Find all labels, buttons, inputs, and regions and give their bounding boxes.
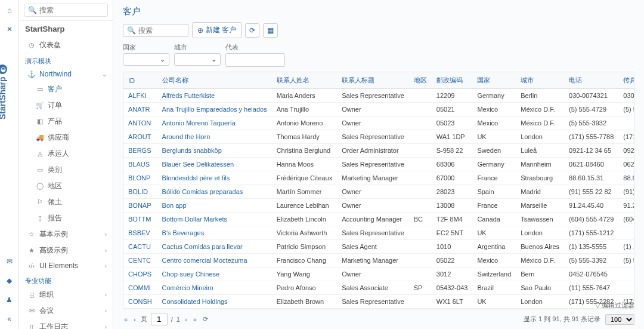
- sidebar-worklog[interactable]: ▯工作日志›: [19, 319, 113, 329]
- cell-company[interactable]: Centro comercial Moctezuma: [157, 254, 272, 267]
- cell-company[interactable]: Alfreds Futterkiste: [157, 89, 272, 103]
- col-company[interactable]: 公司名称: [157, 72, 272, 89]
- sidebar-basic[interactable]: ☆基本示例›: [19, 226, 113, 242]
- table-row[interactable]: BLONPBlondesddsl père et filsFrédérique …: [123, 171, 634, 185]
- cell-company[interactable]: Around the Horn: [157, 130, 272, 144]
- cell-id[interactable]: BLAUS: [123, 158, 157, 171]
- sidebar-shippers[interactable]: ◬承运人: [19, 146, 113, 162]
- col-contact[interactable]: 联系人姓名: [272, 72, 338, 89]
- sidebar-products[interactable]: ◧产品: [19, 113, 113, 130]
- mail-icon[interactable]: ✉: [4, 256, 15, 267]
- cell-id[interactable]: BOTTM: [123, 213, 157, 226]
- sidebar-northwind[interactable]: ⚓Northwind⌄: [19, 67, 113, 81]
- table-row[interactable]: BONAPBon app'Laurence LebihanOwner13008F…: [123, 199, 634, 213]
- cell-id[interactable]: CACTU: [123, 240, 157, 254]
- cell-id[interactable]: CHOPS: [123, 267, 157, 281]
- cell-company[interactable]: Blauer See Delikatessen: [157, 158, 272, 171]
- sidebar-suppliers[interactable]: 🚚供应商: [19, 130, 113, 146]
- cell-id[interactable]: COMMI: [123, 281, 157, 295]
- col-phone[interactable]: 电话: [564, 72, 618, 89]
- last-page-button[interactable]: »: [192, 316, 198, 323]
- cell-id[interactable]: ANTON: [123, 116, 157, 130]
- cell-company[interactable]: Antonio Moreno Taquería: [157, 116, 272, 130]
- cell-id[interactable]: BOLID: [123, 185, 157, 199]
- col-postal[interactable]: 邮政编码: [432, 72, 473, 89]
- col-fax[interactable]: 传真: [618, 72, 634, 89]
- table-row[interactable]: COMMIComércio MineiroPedro AfonsoSales A…: [123, 281, 634, 295]
- sidebar-customers[interactable]: ▭客户: [19, 81, 113, 97]
- col-city[interactable]: 城市: [516, 72, 564, 89]
- sidebar-territories[interactable]: ⚐领土: [19, 194, 113, 210]
- cell-company[interactable]: Ana Trujillo Emparedados y helados: [157, 103, 272, 116]
- cell-id[interactable]: BSBEV: [123, 226, 157, 240]
- new-button[interactable]: ⊕新建 客户: [192, 22, 242, 38]
- filter-country-select[interactable]: ⌄: [123, 53, 169, 66]
- cell-company[interactable]: Berglunds snabbköp: [157, 144, 272, 158]
- table-row[interactable]: CONSHConsolidated HoldingsElizabeth Brow…: [123, 295, 634, 309]
- sidebar-regions[interactable]: ◯地区: [19, 178, 113, 194]
- cell-id[interactable]: AROUT: [123, 130, 157, 144]
- sidebar-dashboard[interactable]: ◷仪表盘: [19, 37, 113, 53]
- cell-company[interactable]: Consolidated Holdings: [157, 295, 272, 309]
- table-row[interactable]: CACTUCactus Comidas para llevarPatricio …: [123, 240, 634, 254]
- paint-icon[interactable]: ◆: [4, 275, 15, 286]
- cell-company[interactable]: Bon app': [157, 199, 272, 213]
- sidebar-orders[interactable]: 🛒订单: [19, 97, 113, 113]
- col-title[interactable]: 联系人标题: [337, 72, 409, 89]
- prev-page-button[interactable]: ‹: [132, 316, 137, 323]
- cell-company[interactable]: Bottom-Dollar Markets: [157, 213, 272, 226]
- edit-filter-link[interactable]: ▽编辑过滤器: [595, 301, 634, 310]
- sidebar-org[interactable]: ⌹组织›: [19, 287, 113, 303]
- table-row[interactable]: BOTTMBottom-Dollar MarketsElizabeth Linc…: [123, 213, 634, 226]
- sidebar-reports[interactable]: ▯报告: [19, 210, 113, 226]
- next-page-button[interactable]: ›: [184, 316, 188, 323]
- table-row[interactable]: BOLIDBólido Comidas preparadasMartín Som…: [123, 185, 634, 199]
- data-grid[interactable]: ID 公司名称 联系人姓名 联系人标题 地区 邮政编码 国家 城市 电话 传真 …: [123, 72, 634, 309]
- filter-rep-input[interactable]: [225, 53, 285, 67]
- cell-id[interactable]: BLONP: [123, 171, 157, 185]
- table-row[interactable]: ANATRAna Trujillo Emparedados y heladosA…: [123, 103, 634, 116]
- col-country[interactable]: 国家: [472, 72, 516, 89]
- cell-company[interactable]: Chop-suey Chinese: [157, 267, 272, 281]
- cell-id[interactable]: BERGS: [123, 144, 157, 158]
- cell-id[interactable]: ALFKI: [123, 89, 157, 103]
- cell-company[interactable]: Bólido Comidas preparadas: [157, 185, 272, 199]
- cell-company[interactable]: Cactus Comidas para llevar: [157, 240, 272, 254]
- cell-id[interactable]: ANATR: [123, 103, 157, 116]
- tools-icon[interactable]: ✕: [4, 24, 15, 35]
- table-row[interactable]: AROUTAround the HornThomas HardySales Re…: [123, 130, 634, 144]
- cell-company[interactable]: Blondesddsl père et fils: [157, 171, 272, 185]
- page-size-select[interactable]: 100: [605, 314, 634, 325]
- home-icon[interactable]: ⌂: [4, 5, 15, 16]
- refresh-pager-button[interactable]: ⟳: [202, 315, 209, 323]
- user-icon[interactable]: ♟: [4, 294, 15, 305]
- grid-search-input[interactable]: [138, 26, 184, 35]
- sidebar-advanced[interactable]: ★高级示例›: [19, 242, 113, 259]
- cell-company[interactable]: Comércio Mineiro: [157, 281, 272, 295]
- sidebar-meeting[interactable]: ✉会议›: [19, 303, 113, 319]
- filter-city-select[interactable]: ⌄: [174, 53, 221, 66]
- cell-id[interactable]: BONAP: [123, 199, 157, 213]
- columns-button[interactable]: ▦: [263, 23, 278, 38]
- sidebar-ui[interactable]: ‹/›UI Elements›: [19, 259, 113, 273]
- sidebar-categories[interactable]: ▭类别: [19, 162, 113, 178]
- page-input[interactable]: [151, 313, 168, 325]
- table-row[interactable]: CENTCCentro comercial MoctezumaFrancisco…: [123, 254, 634, 267]
- refresh-button[interactable]: ⟳: [245, 23, 259, 38]
- sidebar-search[interactable]: 🔍: [24, 4, 108, 17]
- cell-company[interactable]: B's Beverages: [157, 226, 272, 240]
- table-row[interactable]: CHOPSChop-suey ChineseYang WangOwner3012…: [123, 267, 634, 281]
- first-page-button[interactable]: «: [123, 316, 129, 323]
- table-row[interactable]: ANTONAntonio Moreno TaqueríaAntonio More…: [123, 116, 634, 130]
- cell-id[interactable]: CENTC: [123, 254, 157, 267]
- table-row[interactable]: BERGSBerglunds snabbköpChristina Berglun…: [123, 144, 634, 158]
- col-region[interactable]: 地区: [409, 72, 432, 89]
- table-row[interactable]: ALFKIAlfreds FutterkisteMaria AndersSale…: [123, 89, 634, 103]
- col-id[interactable]: ID: [123, 72, 157, 89]
- table-row[interactable]: BSBEVB's BeveragesVictoria AshworthSales…: [123, 226, 634, 240]
- collapse-icon[interactable]: «: [4, 313, 15, 324]
- sidebar-search-input[interactable]: [39, 6, 104, 14]
- table-row[interactable]: BLAUSBlauer See DelikatessenHanna MoosSa…: [123, 158, 634, 171]
- grid-search[interactable]: 🔍: [123, 24, 188, 37]
- cell-id[interactable]: CONSH: [123, 295, 157, 309]
